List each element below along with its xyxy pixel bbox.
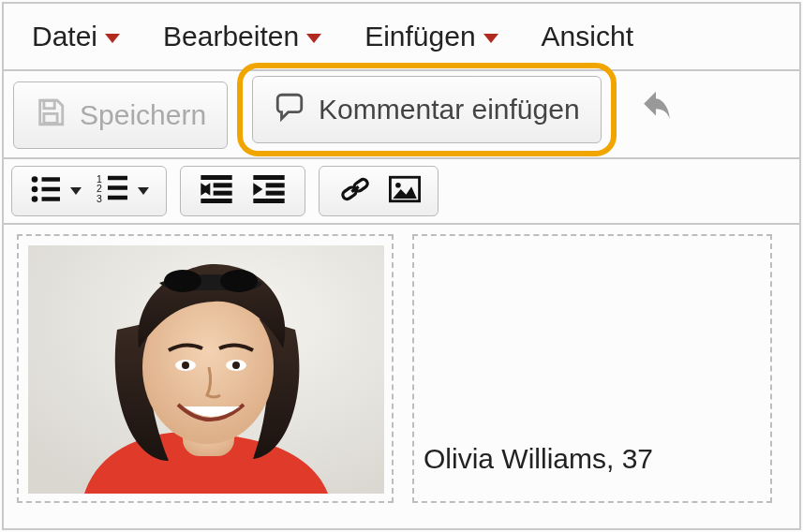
svg-point-34 (182, 362, 189, 369)
person-photo (28, 245, 384, 494)
toolbar-secondary: 123 (4, 159, 799, 225)
menu-ansicht[interactable]: Ansicht (542, 21, 633, 52)
menu-label: Ansicht (542, 21, 633, 52)
bulleted-list-icon (29, 172, 63, 210)
chevron-down-icon (483, 34, 498, 43)
save-button-label: Speichern (80, 99, 206, 131)
list-group: 123 (11, 166, 167, 216)
chevron-down-icon (70, 187, 82, 195)
svg-rect-20 (266, 191, 285, 196)
undo-icon (635, 89, 677, 141)
save-icon (35, 96, 67, 135)
svg-text:3: 3 (97, 193, 102, 204)
increase-indent-button[interactable] (243, 172, 295, 210)
menu-label: Datei (32, 21, 97, 52)
svg-rect-16 (214, 191, 232, 196)
insert-link-button[interactable] (329, 172, 381, 210)
svg-point-35 (232, 362, 240, 369)
svg-rect-14 (201, 175, 231, 180)
menu-einfuegen[interactable]: Einfügen (364, 21, 498, 52)
insert-comment-button[interactable]: Kommentar einfügen (252, 76, 602, 143)
svg-rect-7 (42, 197, 61, 201)
svg-rect-19 (266, 183, 285, 187)
svg-point-26 (395, 183, 401, 188)
svg-rect-1 (44, 113, 57, 123)
svg-point-30 (164, 270, 201, 292)
svg-rect-0 (44, 100, 54, 109)
text-cell[interactable]: Olivia Williams, 37 (412, 234, 772, 503)
speech-bubble-icon (274, 91, 305, 129)
link-icon (336, 172, 374, 210)
svg-rect-21 (253, 199, 284, 203)
svg-point-31 (220, 270, 258, 292)
highlight-annotation: Kommentar einfügen (237, 63, 617, 156)
menu-bearbeiten[interactable]: Bearbeiten (163, 21, 321, 52)
svg-rect-13 (108, 196, 127, 200)
chevron-down-icon (306, 34, 321, 43)
svg-rect-18 (253, 175, 284, 180)
svg-point-4 (32, 196, 38, 202)
chevron-down-icon (105, 34, 120, 43)
image-icon (389, 175, 421, 207)
svg-point-3 (32, 186, 38, 193)
menu-datei[interactable]: Datei (32, 21, 120, 52)
chevron-down-icon (138, 187, 149, 195)
menu-label: Einfügen (364, 21, 475, 52)
app-frame: Datei Bearbeiten Einfügen Ansicht Speich… (2, 2, 801, 530)
svg-rect-15 (214, 183, 232, 187)
photo-cell[interactable] (17, 234, 394, 503)
svg-rect-11 (108, 176, 127, 181)
document-content: Olivia Williams, 37 (4, 225, 799, 512)
svg-point-2 (32, 176, 38, 183)
numbered-list-button[interactable]: 123 (89, 172, 156, 210)
insert-image-button[interactable] (381, 175, 428, 207)
insert-comment-label: Kommentar einfügen (319, 94, 580, 126)
bulleted-list-button[interactable] (22, 172, 89, 210)
menubar: Datei Bearbeiten Einfügen Ansicht (4, 4, 799, 69)
svg-rect-5 (42, 177, 61, 182)
increase-indent-icon (250, 172, 288, 210)
svg-rect-6 (42, 187, 61, 192)
decrease-indent-icon (198, 172, 235, 210)
toolbar-primary: Speichern Kommentar einfügen (4, 69, 799, 159)
numbered-list-icon: 123 (97, 172, 130, 210)
person-name-label: Olivia Williams, 37 (424, 443, 653, 475)
insert-group (319, 166, 439, 216)
save-button[interactable]: Speichern (13, 81, 228, 149)
svg-rect-12 (108, 185, 127, 190)
decrease-indent-button[interactable] (190, 172, 243, 210)
indent-group (180, 166, 305, 216)
menu-label: Bearbeiten (163, 21, 299, 52)
svg-rect-17 (201, 199, 231, 203)
undo-button[interactable] (626, 88, 686, 142)
